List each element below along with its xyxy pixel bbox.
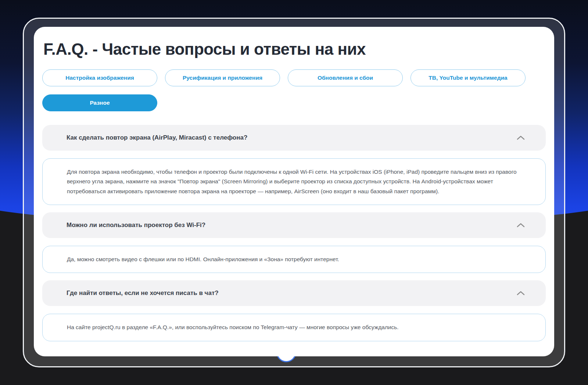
- tablet-frame: F.A.Q. - Частые вопросы и ответы на них …: [23, 18, 565, 367]
- faq-question-1-label: Как сделать повтор экрана (AirPlay, Mira…: [67, 134, 247, 141]
- faq-question-2-label: Можно ли использовать проектор без Wi-Fi…: [67, 222, 205, 229]
- faq-question-2[interactable]: Можно ли использовать проектор без Wi-Fi…: [42, 212, 546, 238]
- page-title: F.A.Q. - Частые вопросы и ответы на них: [43, 40, 546, 58]
- category-pill-tv-youtube-multimedia[interactable]: ТВ, YouTube и мультимедиа: [410, 69, 526, 86]
- category-pill-russification-apps[interactable]: Русификация и приложения: [165, 69, 280, 86]
- faq-answer-3: На сайте projectQ.ru в разделе «F.A.Q.»,…: [42, 314, 546, 341]
- category-filter-bar: Настройка изображения Русификация и прил…: [42, 69, 546, 111]
- faq-accordion: Как сделать повтор экрана (AirPlay, Mira…: [42, 125, 546, 341]
- faq-question-3-label: Где найти ответы, если не хочется писать…: [67, 289, 219, 297]
- faq-question-3[interactable]: Где найти ответы, если не хочется писать…: [42, 280, 546, 306]
- chevron-up-icon: [516, 223, 525, 228]
- category-pill-misc[interactable]: Разное: [42, 94, 157, 111]
- faq-screen: F.A.Q. - Частые вопросы и ответы на них …: [34, 27, 554, 356]
- faq-answer-2: Да, можно смотреть видео с флешки или по…: [42, 246, 546, 273]
- category-pill-updates-failures[interactable]: Обновления и сбои: [288, 69, 403, 86]
- category-pill-image-setup[interactable]: Настройка изображения: [42, 69, 157, 86]
- chevron-up-icon: [516, 291, 525, 296]
- faq-answer-1: Для повтора экрана необходимо, чтобы тел…: [42, 158, 546, 205]
- chevron-up-icon: [516, 135, 525, 140]
- faq-question-1[interactable]: Как сделать повтор экрана (AirPlay, Mira…: [42, 125, 546, 151]
